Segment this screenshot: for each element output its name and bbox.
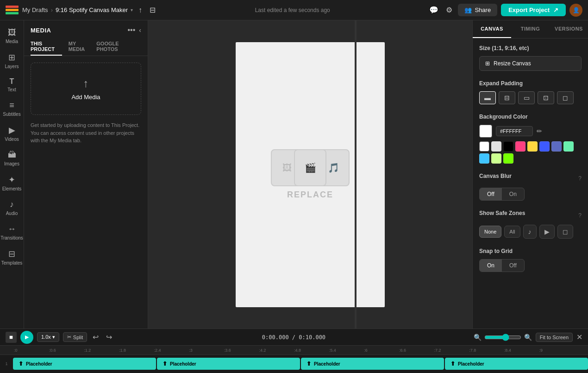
color-pink[interactable] <box>515 141 525 152</box>
drafts-link[interactable]: My Drafts <box>22 6 48 13</box>
tab-this-project[interactable]: THIS PROJECT <box>31 38 62 56</box>
sidebar-item-transitions[interactable]: ↔ Transitions <box>1 221 23 244</box>
canvas[interactable]: 🖼 🎬 🎵 REPLACE <box>236 42 385 307</box>
media-panel-more-button[interactable]: ••• <box>128 26 136 34</box>
sidebar-item-text[interactable]: T Text <box>1 74 23 96</box>
resize-canvas-button[interactable]: ⊞ Resize Canvas <box>479 56 582 71</box>
fit-to-screen-button[interactable]: Fit to Screen <box>536 333 573 342</box>
track-segment-4[interactable]: ⬆ Placeholder <box>445 358 588 370</box>
padding-btn-4[interactable]: ⊡ <box>538 91 554 104</box>
subtitles-icon: ≡ <box>9 101 14 110</box>
eyedropper-icon[interactable]: ✏ <box>537 127 542 135</box>
ruler-mark: :0 <box>14 348 49 353</box>
sidebar-item-images[interactable]: 🏔 Images <box>1 146 23 170</box>
color-white[interactable] <box>479 141 489 152</box>
track-segment-3[interactable]: ⬆ Placeholder <box>301 358 444 370</box>
safe-zone-instagram[interactable]: ◻ <box>557 225 573 239</box>
bg-color-label: Background Color <box>479 114 582 120</box>
replace-label: REPLACE <box>287 190 333 200</box>
right-panel-body: Size (1:1, 9:16, etc) ⊞ Resize Canvas Ex… <box>473 38 588 288</box>
comment-button[interactable]: 💬 <box>427 4 440 16</box>
canvas-blur-on[interactable]: On <box>502 188 524 200</box>
avatar[interactable]: 👤 <box>569 4 582 17</box>
redo-button[interactable]: ↪ <box>104 332 114 342</box>
ruler-mark: :7.8 <box>469 348 504 353</box>
media-panel-tabs: THIS PROJECT MY MEDIA GOOGLE PHOTOS <box>24 38 148 56</box>
color-blue[interactable] <box>539 141 550 152</box>
share-button[interactable]: 👥 Share <box>458 4 497 16</box>
undo-button[interactable]: ↩ <box>91 332 100 342</box>
padding-btn-1[interactable]: ▬ <box>479 91 496 104</box>
play-button[interactable]: ▶ <box>20 331 33 344</box>
right-panel: CANVAS TIMING VERSIONS Size (1:1, 9:16, … <box>472 20 588 329</box>
transitions-icon: ↔ <box>8 224 16 234</box>
snap-to-grid-label: Snap to Grid <box>479 248 582 254</box>
tab-timing[interactable]: TIMING <box>511 20 550 38</box>
snap-to-grid-off[interactable]: Off <box>502 259 524 272</box>
tiktok-icon: ♪ <box>528 228 532 235</box>
tab-google-photos[interactable]: GOOGLE PHOTOS <box>96 38 135 56</box>
color-light-gray[interactable] <box>491 141 501 152</box>
media-panel-header: MEDIA ••• ‹ <box>24 20 148 38</box>
color-green[interactable] <box>503 153 513 164</box>
add-media-button[interactable]: ↑ Add Media <box>31 63 141 115</box>
topbar: My Drafts › 9:16 Spotify Canvas Maker ▾ … <box>0 0 588 20</box>
canvas-blur-help-icon[interactable]: ? <box>578 175 582 182</box>
settings-button[interactable]: ⚙ <box>444 4 454 16</box>
color-light-blue[interactable] <box>479 153 489 164</box>
upload-button[interactable]: ↑ <box>137 4 144 16</box>
color-black[interactable] <box>503 141 513 152</box>
color-yellow[interactable] <box>527 141 538 152</box>
split-button[interactable]: ✂ Split <box>63 332 87 342</box>
display-button[interactable]: ⊟ <box>148 4 157 16</box>
chevron-down-icon[interactable]: ▾ <box>131 7 133 13</box>
zoom-slider[interactable] <box>484 334 521 341</box>
export-button[interactable]: Export Project ↗ <box>501 4 566 16</box>
safe-zone-none[interactable]: None <box>479 226 501 238</box>
breadcrumb-sep: › <box>51 6 53 13</box>
speed-button[interactable]: 1.0x ▾ <box>37 332 59 342</box>
zoom-out-button[interactable]: 🔍 <box>474 334 482 341</box>
safe-zone-all[interactable]: All <box>504 226 520 238</box>
snap-to-grid-on[interactable]: On <box>480 259 502 272</box>
color-hex-input[interactable] <box>496 126 533 136</box>
track-segment-2[interactable]: ⬆ Placeholder <box>157 358 300 370</box>
share-icon: 👥 <box>464 6 472 13</box>
close-timeline-button[interactable]: ✕ <box>576 333 582 341</box>
edit-status: Last edited a few seconds ago <box>255 7 330 13</box>
sidebar-item-audio[interactable]: ♪ Audio <box>1 196 23 220</box>
media-panel-collapse-button[interactable]: ‹ <box>139 26 141 34</box>
color-teal[interactable] <box>563 141 574 152</box>
padding-btn-5[interactable]: ◻ <box>557 91 574 104</box>
audio-icon: ♪ <box>10 200 14 209</box>
track: ⬆ Placeholder ⬆ Placeholder ⬆ Placeholde… <box>13 355 588 373</box>
snap-to-grid-toggle: On Off <box>479 259 525 272</box>
resize-handle[interactable] <box>355 20 357 329</box>
canvas-blur-toggle: Off On <box>479 188 525 201</box>
color-light-green[interactable] <box>491 153 501 164</box>
sidebar-item-subtitles[interactable]: ≡ Subtitles <box>1 97 23 120</box>
safe-zone-youtube[interactable]: ▶ <box>539 225 555 239</box>
safe-zone-tiktok[interactable]: ♪ <box>523 225 537 239</box>
color-blue-2[interactable] <box>551 141 562 152</box>
track-segment-1[interactable]: ⬆ Placeholder <box>13 358 156 370</box>
sidebar-item-media[interactable]: 🖼 Media <box>1 24 23 48</box>
stop-button[interactable]: ■ <box>6 332 17 343</box>
project-title: 9:16 Spotify Canvas Maker <box>56 6 128 13</box>
background-color-section: Background Color ✏ <box>479 114 582 164</box>
ruler-mark: :1.8 <box>119 348 154 353</box>
zoom-in-button[interactable]: 🔍 <box>524 334 532 341</box>
sidebar-item-videos[interactable]: ▶ Videos <box>1 121 23 145</box>
tab-versions[interactable]: VERSIONS <box>550 20 588 38</box>
sidebar-item-elements[interactable]: ✦ Elements <box>1 171 23 195</box>
padding-btn-2[interactable]: ⊟ <box>499 91 515 104</box>
padding-btn-3[interactable]: ▭ <box>518 91 535 104</box>
tab-canvas[interactable]: CANVAS <box>473 20 511 38</box>
tab-my-media[interactable]: MY MEDIA <box>69 38 90 56</box>
sidebar-item-layers[interactable]: ⊞ Layers <box>1 49 23 73</box>
color-swatch-main[interactable] <box>479 125 492 138</box>
canvas-blur-off[interactable]: Off <box>480 188 502 200</box>
sidebar-item-templates[interactable]: ⊟ Templates <box>1 245 23 269</box>
canvas-area: 🖼 🎬 🎵 REPLACE <box>148 20 472 329</box>
safe-zones-help-icon[interactable]: ? <box>578 212 582 219</box>
